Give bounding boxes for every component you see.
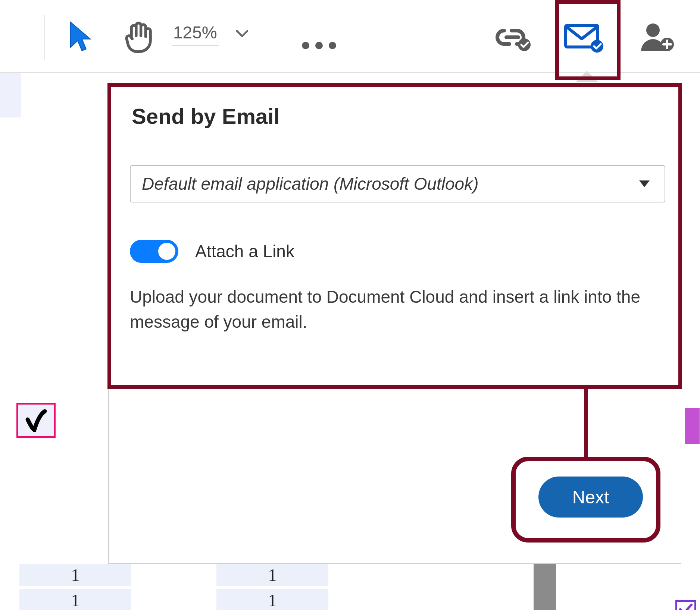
- svg-point-0: [302, 42, 309, 49]
- table-cell: 1: [216, 564, 328, 586]
- zoom-value: 125%: [172, 22, 219, 45]
- table-cell: 1: [216, 589, 328, 610]
- toolbar: 125%: [0, 2, 700, 73]
- panel-pointer-icon: [576, 71, 598, 82]
- side-tool-button[interactable]: [675, 600, 696, 610]
- email-client-dropdown[interactable]: Default email application (Microsoft Out…: [130, 165, 665, 202]
- check-icon: [679, 603, 693, 610]
- zoom-combo[interactable]: 125%: [172, 22, 276, 45]
- svg-point-7: [646, 23, 660, 37]
- svg-point-1: [315, 42, 323, 49]
- svg-point-4: [518, 38, 531, 51]
- attach-link-toggle[interactable]: [130, 240, 178, 263]
- svg-point-2: [329, 42, 336, 49]
- caret-down-icon: [639, 180, 650, 187]
- side-tab-marker[interactable]: [685, 408, 700, 444]
- table-cell: 1: [19, 564, 131, 586]
- annotation-connector: [584, 389, 588, 460]
- attach-link-description: Upload your document to Document Cloud a…: [130, 284, 660, 334]
- checkmark-icon: [23, 408, 49, 434]
- panel-title: Send by Email: [132, 104, 279, 129]
- attach-link-label: Attach a Link: [195, 241, 294, 261]
- cursor-icon: [67, 21, 93, 54]
- scrollbar-thumb[interactable]: [534, 562, 556, 610]
- ellipsis-icon: [300, 41, 338, 50]
- link-check-icon: [494, 22, 532, 52]
- hand-icon: [124, 21, 156, 54]
- send-by-email-panel: Send by Email Default email application …: [108, 83, 681, 564]
- envelope-check-icon: [563, 22, 604, 53]
- select-tool-button[interactable]: [60, 17, 101, 58]
- send-email-button[interactable]: [563, 17, 604, 58]
- share-link-button[interactable]: [493, 17, 534, 58]
- person-plus-icon: [638, 21, 675, 54]
- add-person-button[interactable]: [636, 17, 677, 58]
- hand-tool-button[interactable]: [119, 17, 160, 58]
- svg-point-6: [591, 40, 603, 53]
- next-button[interactable]: Next: [538, 477, 643, 518]
- form-checkbox[interactable]: [16, 403, 56, 438]
- dropdown-value: Default email application (Microsoft Out…: [142, 174, 639, 194]
- table-cell: 1: [19, 589, 131, 610]
- more-tools-button[interactable]: [295, 25, 343, 66]
- chevron-down-icon: [235, 29, 249, 38]
